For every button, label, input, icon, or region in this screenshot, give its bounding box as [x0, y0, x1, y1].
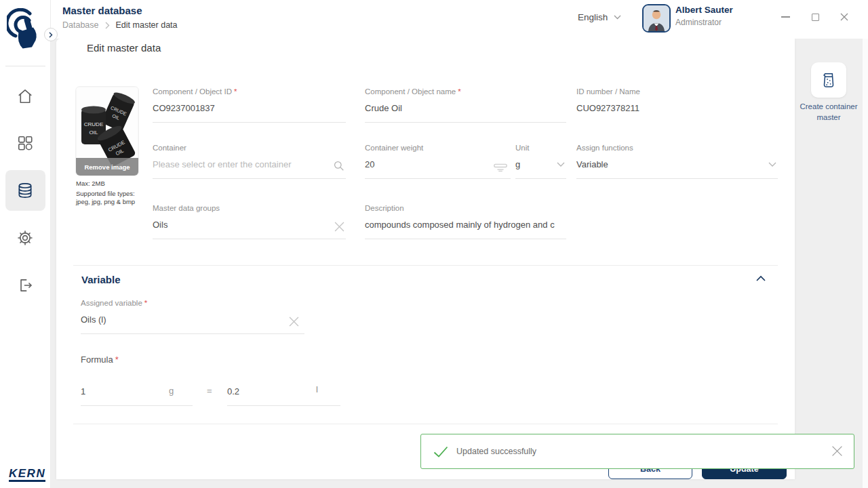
chevron-right-icon	[105, 22, 110, 29]
sidebar-item-settings[interactable]	[12, 224, 39, 251]
maximize-button[interactable]	[806, 8, 824, 26]
database-icon	[16, 182, 34, 199]
field-formula-left	[81, 381, 193, 406]
container-weight-input[interactable]	[365, 154, 511, 179]
required-asterisk: *	[115, 354, 119, 365]
field-container: Container	[153, 144, 346, 179]
field-master-data-groups: Master data groups	[153, 204, 346, 239]
beaker-icon	[820, 71, 837, 89]
check-icon	[433, 446, 448, 458]
id-number-label: ID number / Name	[576, 87, 778, 98]
component-name-input[interactable]	[365, 98, 566, 123]
field-description: Description	[365, 204, 566, 239]
image-max-size-note: Max: 2MB	[76, 180, 105, 188]
edit-master-data-card: Edit master data CRUDE OIL CRUDE OIL CRU…	[56, 39, 795, 479]
component-id-label: Component / Object ID	[153, 87, 232, 96]
maximize-icon	[812, 14, 819, 21]
image-filetypes-note-line1: Supported file types:	[76, 190, 135, 198]
container-input[interactable]	[153, 154, 346, 179]
chevron-down-icon	[768, 162, 776, 167]
card-title: Edit master data	[87, 42, 161, 54]
formula-equals-sign: =	[207, 386, 212, 396]
close-icon[interactable]	[831, 445, 843, 457]
sidebar-item-database[interactable]	[12, 177, 39, 204]
success-toast: Updated successfully	[420, 434, 854, 469]
footer-divider	[73, 424, 778, 424]
user-name: Albert Sauter	[675, 5, 733, 15]
section-divider	[73, 265, 778, 266]
field-component-name: Component / Object name*	[365, 87, 566, 123]
field-assigned-variable: Assigned variable*	[81, 299, 304, 334]
create-container-master-label[interactable]: Create container master	[799, 102, 859, 123]
master-data-groups-input[interactable]	[153, 214, 346, 239]
minimize-icon	[781, 16, 790, 18]
field-container-weight: Container weight	[365, 144, 511, 179]
kern-brand-logo: KERN	[9, 468, 45, 482]
toast-message: Updated successfully	[456, 447, 536, 456]
field-assign-functions: Assign functions Variable	[576, 144, 778, 179]
unit-select[interactable]: g	[515, 154, 566, 179]
remove-image-button[interactable]: Remove image	[76, 158, 138, 176]
sidebar-item-home[interactable]	[12, 83, 39, 110]
required-asterisk: *	[144, 299, 147, 307]
unit-label: Unit	[515, 144, 566, 154]
user-role: Adminstrator	[675, 18, 722, 27]
sidebar-item-apps[interactable]	[12, 129, 39, 157]
breadcrumb-parent[interactable]: Database	[62, 20, 99, 30]
component-id-input[interactable]	[153, 98, 346, 123]
assign-functions-label: Assign functions	[576, 144, 778, 154]
container-label: Container	[153, 144, 346, 154]
clear-icon[interactable]	[334, 222, 344, 232]
field-unit: Unit g	[515, 144, 566, 179]
unit-value: g	[515, 159, 520, 169]
description-input[interactable]	[365, 214, 566, 239]
sidebar-item-logout[interactable]	[12, 272, 39, 299]
apps-grid-icon	[16, 134, 34, 152]
assign-functions-value: Variable	[576, 159, 608, 169]
scrollbar-track[interactable]	[863, 39, 868, 488]
page-title: Master database	[62, 5, 142, 16]
chevron-down-icon	[614, 15, 621, 20]
sidebar: KERN	[0, 0, 51, 488]
header: Master database Database Edit master dat…	[0, 0, 868, 39]
formula-left-input[interactable]	[81, 381, 193, 406]
product-image: CRUDE OIL CRUDE OIL CRUDE OIL Remove ima…	[76, 87, 138, 176]
gear-icon	[16, 229, 34, 247]
chevron-down-icon	[557, 162, 565, 167]
breadcrumb-current: Edit master data	[116, 20, 178, 30]
formula-label: Formula	[81, 354, 113, 365]
language-label: English	[578, 12, 608, 22]
breadcrumb: Database Edit master data	[62, 20, 178, 30]
search-icon[interactable]	[333, 160, 344, 171]
master-data-groups-label: Master data groups	[153, 204, 346, 214]
formula-left-unit: g	[169, 386, 174, 396]
close-icon	[840, 13, 848, 21]
assigned-variable-input[interactable]	[81, 309, 304, 334]
component-name-label: Component / Object name	[365, 87, 456, 96]
assign-functions-select[interactable]: Variable	[576, 154, 778, 179]
sidebar-expand-button[interactable]	[44, 28, 58, 41]
chevron-right-icon	[49, 32, 53, 38]
required-asterisk: *	[234, 87, 237, 96]
variable-section-title: Variable	[81, 274, 121, 285]
avatar[interactable]	[642, 4, 671, 33]
chevron-up-icon[interactable]	[756, 275, 766, 281]
description-label: Description	[365, 204, 566, 214]
assigned-variable-label: Assigned variable	[81, 299, 142, 307]
required-asterisk: *	[458, 87, 460, 96]
svg-text:OIL: OIL	[90, 129, 98, 136]
create-container-master-button[interactable]	[811, 62, 846, 98]
home-icon	[16, 87, 34, 105]
close-button[interactable]	[835, 8, 853, 26]
container-weight-label: Container weight	[365, 144, 511, 154]
field-id-number: ID number / Name	[576, 87, 778, 123]
id-number-input[interactable]	[576, 98, 778, 123]
clear-icon[interactable]	[289, 317, 299, 327]
app-logo-touch-icon	[7, 8, 45, 52]
minimize-button[interactable]	[776, 8, 794, 26]
formula-right-input[interactable]	[227, 381, 340, 406]
image-filetypes-note-line2: jpeg, jpg, png & bmp	[76, 198, 135, 206]
language-selector[interactable]: English	[578, 12, 621, 22]
svg-text:CRUDE: CRUDE	[84, 121, 103, 127]
scale-icon[interactable]	[493, 163, 508, 172]
